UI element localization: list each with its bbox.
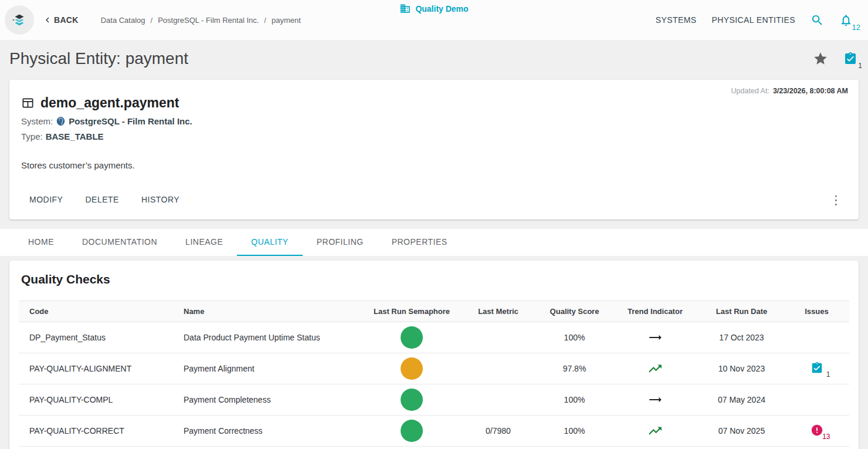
quality-section-title: Quality Checks — [9, 272, 859, 301]
clipboard-check-icon — [811, 362, 823, 374]
last-run-semaphore-cell — [365, 447, 459, 449]
page-title: Physical Entity: payment — [9, 49, 188, 68]
check-name: Payment Alignment — [174, 353, 365, 384]
entity-name-row: demo_agent.payment — [21, 95, 847, 111]
updated-at-value: 3/23/2026, 8:00:08 AM — [773, 87, 848, 95]
check-code — [19, 447, 174, 449]
issue-alert-icon — [811, 424, 823, 437]
table-icon — [21, 96, 35, 110]
history-button[interactable]: HISTORY — [133, 190, 188, 209]
issue-badge[interactable]: 13 — [811, 424, 823, 437]
tab-properties[interactable]: PROPERTIES — [378, 229, 462, 256]
entity-tabs: HOMEDOCUMENTATIONLINEAGEQUALITYPROFILING… — [0, 229, 868, 256]
breadcrumb-item[interactable]: Data Catalog — [101, 16, 145, 25]
trend-indicator-cell — [611, 447, 699, 449]
quality-score — [538, 447, 611, 449]
issues-cell[interactable] — [784, 447, 849, 449]
blindata-logo-icon — [11, 11, 28, 29]
app-logo[interactable] — [5, 5, 34, 35]
quality-score: 100% — [538, 416, 611, 447]
updated-at: Updated At:3/23/2026, 8:00:08 AM — [731, 87, 848, 95]
type-label: Type: — [21, 131, 43, 141]
quality-check-row[interactable]: PAY-QUALITY-COMPLPayment Completeness100… — [19, 384, 849, 416]
updated-at-label: Updated At: — [731, 87, 769, 95]
issue-count: 1 — [826, 370, 830, 379]
trending-flat-icon — [647, 330, 663, 345]
tab-documentation[interactable]: DOCUMENTATION — [68, 229, 171, 256]
breadcrumb-item[interactable]: PostgreSQL - Film Rental Inc. — [158, 16, 259, 25]
breadcrumb: Data Catalog/PostgreSQL - Film Rental In… — [101, 16, 301, 25]
entity-summary-card: Updated At:3/23/2026, 8:00:08 AM demo_ag… — [9, 80, 859, 220]
quality-check-row[interactable]: PAY-QUALITY-ALIGNMENTPayment Alignment97… — [19, 353, 849, 384]
last-metric — [459, 353, 538, 384]
entity-actions: MODIFYDELETEHISTORY ⋮ — [21, 190, 847, 209]
last-run-date: 10 Nov 2023 — [699, 353, 784, 384]
table-header-row: CodeNameLast Run SemaphoreLast MetricQua… — [19, 301, 849, 322]
quality-check-row[interactable]: PAY-QUALITY-CORRECTPayment Correctness0/… — [19, 416, 849, 447]
breadcrumb-separator: / — [151, 16, 153, 25]
tab-home[interactable]: HOME — [14, 229, 68, 256]
tenant-label: Quality Demo — [415, 4, 468, 13]
check-name: Payment Completeness — [174, 384, 365, 416]
check-code: DP_Payment_Status — [19, 322, 174, 353]
chevron-left-icon — [42, 15, 53, 25]
breadcrumb-separator: / — [264, 16, 266, 25]
delete-button[interactable]: DELETE — [77, 190, 127, 209]
last-run-date: 07 May 2024 — [699, 384, 784, 416]
tab-profiling[interactable]: PROFILING — [303, 229, 378, 256]
entity-type-value: BASE_TABLE — [46, 131, 104, 141]
last-run-semaphore-cell — [365, 384, 459, 416]
quality-score: 100% — [538, 322, 611, 353]
quality-checks-badge[interactable]: 1 — [843, 52, 857, 66]
check-code: PAY-QUALITY-ALIGNMENT — [19, 353, 174, 384]
check-code: PAY-QUALITY-COMPL — [19, 384, 174, 416]
search-button[interactable] — [811, 13, 824, 27]
search-icon — [811, 13, 824, 27]
trend-indicator-cell — [611, 384, 699, 416]
system-label: System: — [21, 116, 53, 126]
entity-system-value[interactable]: PostgreSQL - Film Rental Inc. — [69, 116, 192, 126]
last-metric — [459, 322, 538, 353]
bell-icon — [839, 13, 853, 27]
postgresql-icon — [56, 116, 66, 126]
entity-type-line: Type: BASE_TABLE — [21, 131, 847, 141]
column-header-last-run-semaphore: Last Run Semaphore — [365, 301, 459, 322]
more-options-button[interactable]: ⋮ — [825, 193, 847, 207]
trend-indicator-cell — [611, 322, 699, 353]
quality-score: 100% — [538, 384, 611, 416]
quality-checks-badge-count: 1 — [858, 62, 862, 70]
trend-indicator-cell — [611, 416, 699, 447]
back-label: BACK — [54, 15, 79, 25]
issues-cell — [784, 322, 849, 353]
issues-cell[interactable]: 1 — [784, 353, 849, 384]
column-header-quality-score: Quality Score — [538, 301, 611, 322]
column-header-name: Name — [174, 301, 365, 322]
issues-cell[interactable]: 13 — [784, 416, 849, 447]
breadcrumb-item[interactable]: payment — [272, 16, 301, 25]
trend-indicator-cell — [611, 353, 699, 384]
semaphore-green-icon — [401, 326, 423, 349]
issue-badge[interactable]: 1 — [811, 362, 823, 374]
notifications-count: 12 — [852, 23, 860, 32]
semaphore-orange-icon — [401, 357, 423, 380]
last-run-semaphore-cell — [365, 416, 459, 447]
favorite-button[interactable] — [813, 51, 828, 66]
notifications-button[interactable]: 12 — [839, 13, 853, 27]
last-run-date — [699, 447, 784, 449]
kebab-icon: ⋮ — [830, 193, 842, 207]
nav-systems[interactable]: SYSTEMS — [656, 15, 697, 25]
check-code: PAY-QUALITY-CORRECT — [19, 416, 174, 447]
tab-lineage[interactable]: LINEAGE — [171, 229, 237, 256]
quality-check-row[interactable]: DP_Payment_StatusData Product Payment Up… — [19, 322, 849, 353]
modify-button[interactable]: MODIFY — [21, 190, 71, 209]
last-metric — [459, 447, 538, 449]
quality-check-row[interactable] — [19, 447, 849, 449]
entity-system-line: System: PostgreSQL - Film Rental Inc. — [21, 116, 847, 126]
tenant-selector[interactable]: Quality Demo — [399, 3, 468, 14]
issue-count: 13 — [822, 433, 830, 441]
trending-up-icon — [647, 361, 663, 376]
back-button[interactable]: BACK — [42, 15, 79, 25]
top-app-bar: BACK Data Catalog/PostgreSQL - Film Rent… — [0, 0, 868, 40]
nav-physical-entities[interactable]: PHYSICAL ENTITIES — [712, 15, 795, 25]
tab-quality[interactable]: QUALITY — [237, 229, 302, 256]
